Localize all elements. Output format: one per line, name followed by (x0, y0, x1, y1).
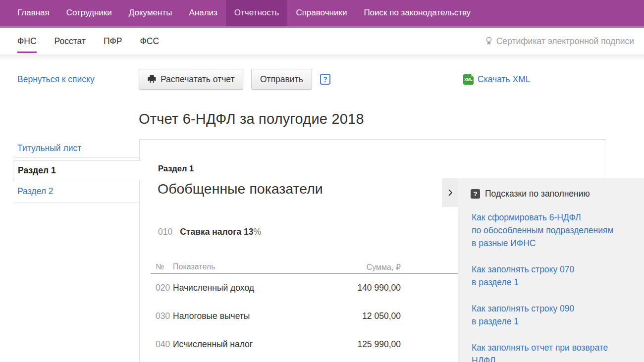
subnav-item-fns[interactable]: ФНС (8, 28, 46, 54)
sidebar-tab-section-1[interactable]: Раздел 1 (13, 160, 140, 180)
page-title: Отчет 6-НДФЛ за полугодие 2018 (139, 111, 364, 127)
print-report-label: Распечатать отчет (161, 74, 234, 85)
agency-subnav-items: ФНС Росстат ПФР ФСС (0, 28, 168, 54)
help-icon[interactable]: ? (320, 74, 330, 85)
section-label: Раздел 1 (158, 164, 194, 173)
row-code: 010 (158, 227, 172, 237)
print-report-button[interactable]: Распечатать отчет (139, 69, 243, 90)
nav-item-sotrudniki[interactable]: Сотрудники (58, 0, 120, 26)
hint-link[interactable]: Как заполнять отчет при возврате НДФЛ (472, 341, 638, 362)
tax-rate-unit: % (254, 227, 262, 237)
agency-subnav: ФНС Росстат ПФР ФСС Сертификат электронн… (0, 28, 644, 54)
nav-item-otchetnost[interactable]: Отчетность (226, 0, 288, 26)
download-xml-label: Скачать XML (478, 74, 530, 85)
question-icon: ? (471, 189, 480, 199)
row-amount: 125 990,00 (357, 339, 401, 350)
col-header-num: № (156, 262, 173, 271)
row-code: 030 (156, 311, 173, 321)
hint-link[interactable]: Как сформировать 6-НДФЛ по обособленным … (472, 211, 638, 250)
row-code: 020 (156, 283, 173, 293)
nav-item-dokumenty[interactable]: Документы (120, 0, 181, 26)
row-label: Налоговые вычеты (173, 311, 250, 321)
table-row: 020 Начисленный доход 140 990,00 (151, 274, 459, 302)
subnav-item-pfr[interactable]: ПФР (95, 28, 131, 54)
row-amount: 140 990,00 (357, 283, 401, 293)
hint-link[interactable]: Как заполнять строку 070 в разделе 1 (472, 263, 638, 289)
main-nav: Главная Сотрудники Документы Анализ Отче… (0, 0, 644, 28)
nav-item-analiz[interactable]: Анализ (180, 0, 225, 26)
send-button[interactable]: Отправить (251, 69, 312, 90)
header-shadow (0, 54, 644, 60)
table-row: 040 Исчисленный налог 125 990,00 (151, 330, 459, 359)
certificate-medal-icon (485, 36, 493, 47)
hint-link[interactable]: Как заполнять строку 090 в разделе 1 (472, 302, 638, 328)
report-toolbar: Вернуться к списку Распечатать отчет Отп… (0, 69, 644, 90)
app-window: Главная Сотрудники Документы Анализ Отче… (0, 0, 644, 362)
download-xml-link[interactable]: XML Скачать XML (463, 69, 530, 90)
xml-file-icon: XML (463, 74, 474, 85)
hints-title: Подсказки по заполнению (485, 189, 590, 199)
nav-item-spravochniki[interactable]: Справочники (287, 0, 355, 26)
col-header-amount: Сумма, ₽ (367, 262, 459, 272)
indicators-table: № Показатель Сумма, ₽ 020 Начисленный до… (151, 260, 459, 359)
tax-rate-label: Ставка налога (180, 227, 241, 237)
certificate-label: Сертификат электронной подписи (496, 36, 634, 47)
tax-rate-row: 010Ставка налога 13% (158, 227, 261, 237)
section-heading: Обобщенные показатели (158, 181, 323, 197)
certificate-status[interactable]: Сертификат электронной подписи (485, 36, 634, 47)
table-row: 030 Налоговые вычеты 12 050,00 (151, 302, 459, 330)
chevron-right-icon (448, 189, 452, 196)
col-header-indicator: Показатель (173, 262, 215, 271)
printer-icon (148, 75, 156, 83)
hints-collapse-button[interactable] (442, 178, 458, 207)
xml-badge-text: XML (464, 77, 472, 82)
main-nav-items: Главная Сотрудники Документы Анализ Отче… (0, 0, 644, 26)
question-glyph: ? (474, 190, 478, 198)
hints-panel: ? Подсказки по заполнению Как сформирова… (458, 178, 644, 362)
subnav-item-rosstat[interactable]: Росстат (46, 28, 95, 54)
sidebar-tab-title-page[interactable]: Титульный лист (13, 139, 139, 158)
tax-rate-value: 13 (244, 227, 253, 237)
table-header-row: № Показатель Сумма, ₽ (151, 260, 459, 274)
nav-item-glavnaya[interactable]: Главная (9, 0, 58, 26)
row-amount: 12 050,00 (362, 311, 401, 321)
subnav-item-fss[interactable]: ФСС (131, 28, 168, 54)
sidebar-tab-section-2[interactable]: Раздел 2 (13, 180, 139, 203)
hints-links: Как сформировать 6-НДФЛ по обособленным … (472, 211, 638, 362)
send-label: Отправить (260, 74, 303, 85)
row-label: Исчисленный налог (173, 339, 253, 350)
row-code: 040 (156, 339, 173, 350)
help-glyph: ? (323, 75, 327, 83)
hints-header: ? Подсказки по заполнению (471, 189, 590, 199)
nav-item-poisk-po-zakonodatelstvu[interactable]: Поиск по законодательству (355, 0, 479, 26)
row-label: Начисленный доход (173, 283, 254, 293)
back-to-list-link[interactable]: Вернуться к списку (17, 69, 95, 90)
